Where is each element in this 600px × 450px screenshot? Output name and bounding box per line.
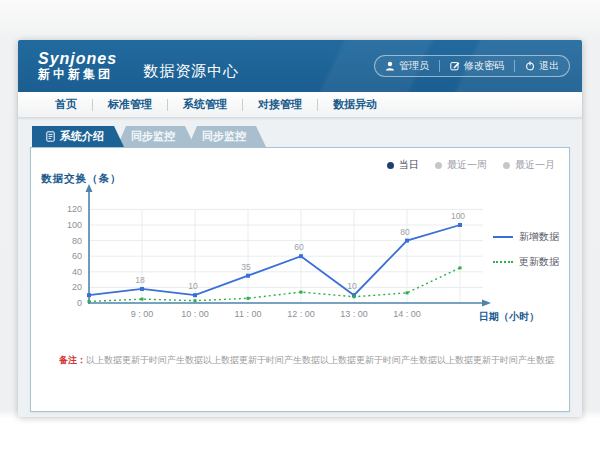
tab-bar: 系统介绍 同步监控 同步监控 bbox=[32, 126, 570, 147]
svg-text:9 : 00: 9 : 00 bbox=[131, 309, 154, 319]
content-area: 系统介绍 同步监控 同步监控 当日 最近一周 bbox=[18, 118, 582, 412]
app-header: Synjones 新中新集团 数据资源中心 管理员 修改密码 bbox=[18, 40, 582, 92]
tab-sync-monitor-1[interactable]: 同步监控 bbox=[117, 126, 195, 147]
power-icon bbox=[525, 61, 535, 71]
svg-text:100: 100 bbox=[67, 220, 82, 230]
svg-text:35: 35 bbox=[241, 262, 251, 272]
footnote-prefix: 备注： bbox=[59, 355, 86, 365]
logout-button[interactable]: 退出 bbox=[515, 59, 569, 73]
tab-label: 系统介绍 bbox=[60, 129, 104, 144]
svg-text:60: 60 bbox=[72, 251, 82, 261]
brand-logo-en: Synjones bbox=[38, 51, 117, 68]
tab-sync-monitor-2[interactable]: 同步监控 bbox=[188, 126, 266, 147]
app-window: Synjones 新中新集团 数据资源中心 管理员 修改密码 bbox=[18, 40, 582, 417]
tab-system-intro[interactable]: 系统介绍 bbox=[32, 126, 124, 147]
nav-item-data-changes[interactable]: 数据异动 bbox=[318, 97, 392, 112]
legend-label: 更新数据 bbox=[519, 255, 559, 269]
svg-text:80: 80 bbox=[72, 236, 82, 246]
tab-label: 同步监控 bbox=[131, 129, 175, 144]
tab-label: 同步监控 bbox=[202, 129, 246, 144]
x-axis-title: 日期（小时） bbox=[479, 310, 539, 324]
svg-text:80: 80 bbox=[400, 227, 410, 237]
edit-icon bbox=[450, 61, 460, 71]
svg-text:14 : 00: 14 : 00 bbox=[393, 309, 421, 319]
svg-text:13 : 00: 13 : 00 bbox=[340, 309, 368, 319]
svg-text:20: 20 bbox=[72, 282, 82, 292]
footnote: 备注：以上数据更新于时间产生数据以上数据更新于时间产生数据以上数据更新于时间产生… bbox=[59, 354, 555, 367]
svg-text:10: 10 bbox=[188, 281, 198, 291]
chart-panel: 当日 最近一周 最近一月 数据交换（条） 0204060801001209 : … bbox=[30, 147, 570, 412]
svg-text:11 : 00: 11 : 00 bbox=[235, 309, 262, 319]
user-menu[interactable]: 管理员 bbox=[375, 59, 439, 73]
brand-logo-cn: 新中新集团 bbox=[38, 68, 117, 81]
nav-item-standard-mgmt[interactable]: 标准管理 bbox=[93, 97, 167, 112]
legend-label: 新增数据 bbox=[519, 230, 559, 244]
svg-text:60: 60 bbox=[294, 242, 304, 252]
main-nav: 首页 标准管理 系统管理 对接管理 数据异动 bbox=[18, 92, 582, 118]
legend-item-new-data[interactable]: 新增数据 bbox=[493, 230, 559, 244]
brand-logo: Synjones 新中新集团 bbox=[38, 51, 117, 80]
document-icon bbox=[46, 131, 55, 142]
nav-item-home[interactable]: 首页 bbox=[40, 97, 92, 112]
logout-label: 退出 bbox=[539, 59, 559, 73]
svg-text:12 : 00: 12 : 00 bbox=[287, 309, 315, 319]
line-swatch-icon bbox=[493, 236, 513, 238]
nav-item-system-mgmt[interactable]: 系统管理 bbox=[168, 97, 242, 112]
change-password-button[interactable]: 修改密码 bbox=[440, 59, 514, 73]
footnote-text: 以上数据更新于时间产生数据以上数据更新于时间产生数据以上数据更新于时间产生数据以… bbox=[86, 355, 555, 365]
svg-text:0: 0 bbox=[77, 298, 82, 308]
legend-item-updated-data[interactable]: 更新数据 bbox=[493, 255, 559, 269]
change-password-label: 修改密码 bbox=[464, 59, 504, 73]
svg-text:100: 100 bbox=[451, 211, 465, 221]
svg-text:10 : 00: 10 : 00 bbox=[181, 309, 209, 319]
page-title: 数据资源中心 bbox=[143, 62, 239, 81]
svg-text:10: 10 bbox=[347, 281, 357, 291]
nav-item-connection-mgmt[interactable]: 对接管理 bbox=[243, 97, 317, 112]
user-icon bbox=[385, 61, 395, 71]
line-swatch-icon bbox=[493, 261, 513, 263]
svg-text:40: 40 bbox=[72, 267, 82, 277]
svg-text:18: 18 bbox=[135, 275, 145, 285]
svg-text:120: 120 bbox=[67, 204, 82, 214]
username-label: 管理员 bbox=[399, 59, 429, 73]
user-toolbar: 管理员 修改密码 退出 bbox=[374, 55, 570, 77]
chart-legend: 新增数据 更新数据 bbox=[493, 230, 559, 269]
